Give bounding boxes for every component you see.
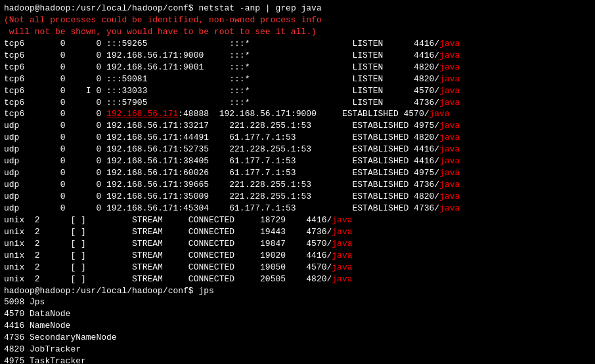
unix-row: unix 2 [ ] STREAM CONNECTED 18729 4416/j… [4,214,591,226]
table-row-established: tcp6 0 0 192.168.56.171:48888 192.168.56… [4,108,591,120]
command-2: jps [194,286,214,296]
cmd-line-2: hadoop@hadoop:/usr/local/hadoop/conf$ jp… [4,285,591,297]
table-row: udp 0 0 192.168.56.171:60026 61.177.7.1:… [4,167,591,179]
warning-line-1: (Not all processes could be identified, … [4,14,591,26]
unix-row: unix 2 [ ] STREAM CONNECTED 19443 4736/j… [4,226,591,238]
prompt-1: hadoop@hadoop:/usr/local/hadoop/conf$ [4,3,194,13]
unix-row: unix 2 [ ] STREAM CONNECTED 20505 4820/j… [4,273,591,285]
jps-row: 4736 SecondaryNameNode [4,332,591,344]
table-row: tcp6 0 0 :::59081 :::* LISTEN 4820/java [4,73,591,85]
table-row: udp 0 0 192.168.56.171:35009 221.228.255… [4,191,591,203]
unix-row: unix 2 [ ] STREAM CONNECTED 19050 4570/j… [4,262,591,273]
table-row: tcp6 0 0 192.168.56.171:9000 :::* LISTEN… [4,50,591,62]
table-row: tcp6 0 I 0 :::33033 :::* LISTEN 4570/jav… [4,85,591,97]
jps-row: 4820 JobTracker [4,344,591,355]
table-row: udp 0 0 192.168.56.171:52735 221.228.255… [4,144,591,155]
table-row: udp 0 0 192.168.56.171:33217 221.228.255… [4,120,591,132]
prompt-2: hadoop@hadoop:/usr/local/hadoop/conf$ [4,286,194,296]
table-row: udp 0 0 192.168.56.171:45304 61.177.7.1:… [4,203,591,214]
warning-line-2: will not be shown, you would have to be … [4,26,591,38]
table-row: tcp6 0 0 :::57905 :::* LISTEN 4736/java [4,97,591,109]
table-row: udp 0 0 192.168.56.171:38405 61.177.7.1:… [4,155,591,167]
jps-row: 5098 Jps [4,296,591,308]
jps-row: 4570 DataNode [4,308,591,320]
jps-row: 4975 TaskTracker [4,355,591,364]
jps-row: 4416 NameNode [4,320,591,332]
table-row: udp 0 0 192.168.56.171:44491 61.177.7.1:… [4,132,591,144]
unix-row: unix 2 [ ] STREAM CONNECTED 19847 4570/j… [4,238,591,250]
table-row: udp 0 0 192.168.56.171:39665 221.228.255… [4,179,591,191]
command-1: netstat -anp | grep java [194,3,322,13]
unix-row: unix 2 [ ] STREAM CONNECTED 19020 4416/j… [4,250,591,262]
cmd-line-1: hadoop@hadoop:/usr/local/hadoop/conf$ ne… [4,3,591,14]
table-row: tcp6 0 0 192.168.56.171:9001 :::* LISTEN… [4,62,591,73]
table-row: tcp6 0 0 :::59265 :::* LISTEN 4416/java [4,38,591,50]
terminal-window: hadoop@hadoop:/usr/local/hadoop/conf$ ne… [0,0,595,364]
